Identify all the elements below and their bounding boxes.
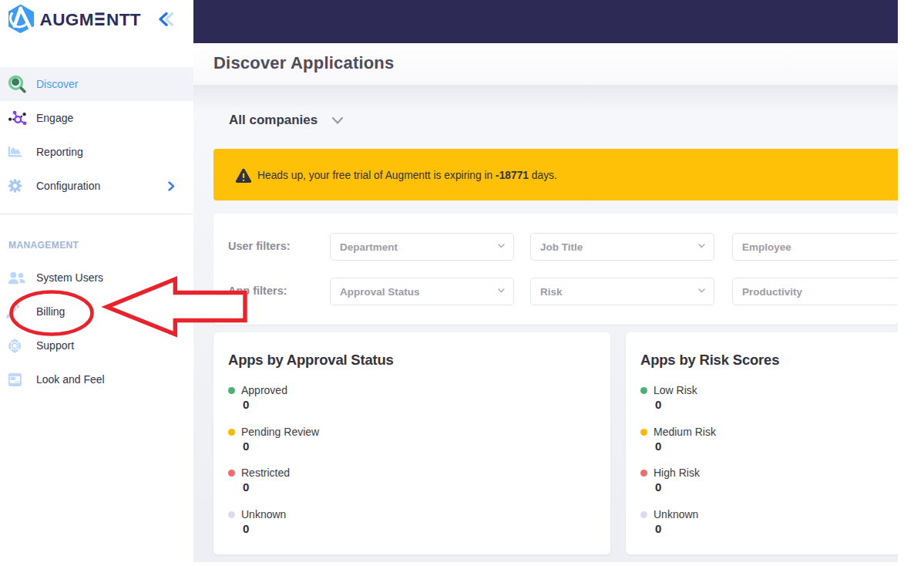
svg-text:NTT: NTT bbox=[106, 10, 141, 29]
svg-text:AUGM: AUGM bbox=[40, 10, 94, 29]
